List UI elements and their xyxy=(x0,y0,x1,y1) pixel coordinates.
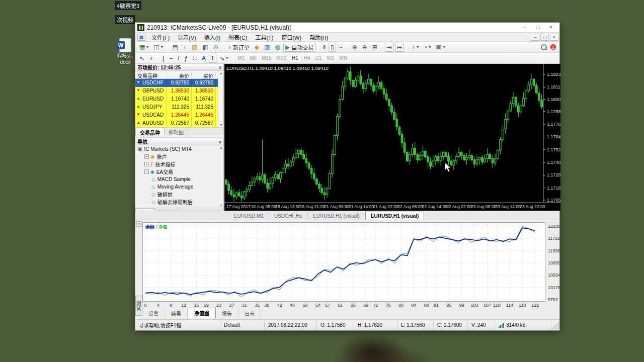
navigator-button[interactable]: ▨ xyxy=(190,43,199,52)
trendline-tool[interactable]: / xyxy=(176,54,181,63)
tester-tab-3[interactable]: 报告 xyxy=(216,309,238,318)
navigator-item-1[interactable]: +◉账户 xyxy=(135,153,218,160)
text-tool[interactable]: A xyxy=(200,54,208,63)
maximize-button[interactable]: □ xyxy=(531,24,544,32)
timeframe-m5[interactable]: M5 xyxy=(247,54,259,62)
timeframe-h1[interactable]: H1 xyxy=(289,54,301,62)
crosshair-tool[interactable]: + xyxy=(147,54,155,63)
chart-shift-button[interactable]: ⇥ xyxy=(385,43,394,52)
hline-tool[interactable]: − xyxy=(167,54,175,63)
tester-tab-2[interactable]: 净值图 xyxy=(188,308,216,318)
collapse-icon[interactable]: − xyxy=(144,169,149,174)
menu-item-4[interactable]: 工具(T) xyxy=(251,34,277,41)
new-chart-button[interactable]: ▦▾ xyxy=(137,43,150,52)
market-watch-row-usdchf[interactable]: ▼USDCHF0.927800.92780 xyxy=(135,79,223,87)
metaeditor2-button[interactable]: ▥ xyxy=(262,43,272,52)
navigator-item-2[interactable]: +ƒ技术指标 xyxy=(135,160,218,168)
zoom-in-button[interactable]: ⊕ xyxy=(350,43,359,52)
close-button[interactable]: × xyxy=(544,24,557,32)
menu-item-2[interactable]: 插入(I) xyxy=(200,34,224,41)
market-watch-row-usdcad[interactable]: ▼USDCAD1.264451.26445 xyxy=(135,111,223,119)
navigator-close-icon[interactable]: x xyxy=(219,139,221,144)
desktop-doc-shortcut[interactable]: W 客核对.docx xyxy=(117,38,134,65)
chart-tab-3[interactable]: EURUSD,H1 (visual) xyxy=(365,212,425,220)
chart-tab-1[interactable]: USDCHF,H1 xyxy=(269,212,308,220)
child-close-button[interactable]: × xyxy=(550,34,558,41)
market-watch-close-icon[interactable]: x xyxy=(219,65,221,70)
tile-windows-button[interactable]: ⊞ xyxy=(370,43,379,52)
cursor-tool[interactable]: ↖ xyxy=(137,54,146,63)
market-watch-button[interactable]: ▤ xyxy=(171,43,180,52)
navigator-item-0[interactable]: ▣IC Markets (SC) MT4 xyxy=(135,145,218,153)
menu-item-1[interactable]: 显示(V) xyxy=(174,34,200,41)
candlestick-button[interactable]: ▯ xyxy=(329,43,336,52)
menu-item-5[interactable]: 窗口(W) xyxy=(277,34,305,41)
market-watch-tab-0[interactable]: 交易品种 xyxy=(135,128,165,135)
market-watch-row-eurusd[interactable]: ▲EURUSD1.167401.16740 xyxy=(135,95,223,103)
auto-scroll-button[interactable]: ↦ xyxy=(395,43,404,52)
community-button[interactable]: ◍ xyxy=(273,43,282,52)
navigator-item-4[interactable]: ◇MACD Sample xyxy=(135,175,218,183)
notification-badge[interactable]: 1 xyxy=(550,44,556,50)
fibo-tool[interactable]: ƒ xyxy=(183,54,190,63)
tester-vertical-tab[interactable]: 测试 xyxy=(135,296,142,316)
market-watch-tab-1[interactable]: 即时图 xyxy=(165,128,188,135)
zoom-out-button[interactable]: ⊖ xyxy=(360,43,369,52)
search-icon[interactable] xyxy=(541,44,547,50)
navigator-item-7[interactable]: ◇破解去除限制后 xyxy=(135,198,218,206)
tester-tab-0[interactable]: 设置 xyxy=(142,309,165,318)
vline-tool[interactable]: | xyxy=(160,54,166,63)
channel-tool[interactable]: ∷ xyxy=(191,54,199,63)
market-watch-scrollbar[interactable]: ▲▼ xyxy=(218,71,223,127)
menu-item-6[interactable]: 帮助(H) xyxy=(305,34,332,41)
label-tool[interactable]: T xyxy=(209,54,216,63)
timeframe-m30[interactable]: M30 xyxy=(274,54,289,62)
menu-item-3[interactable]: 图表(C) xyxy=(224,34,251,41)
strategy-tester-button[interactable]: ⊙ xyxy=(211,43,220,52)
experts-icon: ◆ xyxy=(150,169,154,174)
title-bar[interactable]: 210913: ICMarketsSC-Live09 - [EURUSD,H1 … xyxy=(135,23,559,33)
profiles-button[interactable]: ◫▾ xyxy=(151,43,165,52)
tester-tab-4[interactable]: 日志 xyxy=(238,309,261,318)
periods-button[interactable]: ◔▾ xyxy=(422,43,433,52)
expand-icon[interactable]: + xyxy=(144,154,149,159)
linechart-button[interactable]: ~ xyxy=(337,43,345,52)
indicators-button[interactable]: +▾ xyxy=(410,43,421,52)
price-chart[interactable]: 1.182351.181151.180001.178851.177651.176… xyxy=(224,64,560,211)
timeframe-d1[interactable]: D1 xyxy=(313,54,325,62)
minimize-button[interactable]: – xyxy=(518,24,531,32)
chart-tab-2[interactable]: EURUSD,H1 (visual) xyxy=(308,212,365,220)
market-watch-row-audusd[interactable]: ▲AUDUSD0.725870.72587 xyxy=(135,119,223,127)
navigator-item-6[interactable]: ◇破解前 xyxy=(135,191,218,198)
timeframe-h4[interactable]: H4 xyxy=(301,54,313,62)
navigator-scrollbar[interactable]: ▲▼ xyxy=(218,145,223,208)
navigator-item-label: 破解前 xyxy=(157,191,173,198)
barchart-button[interactable]: ‖ xyxy=(321,43,328,52)
terminal-button[interactable]: ◧ xyxy=(200,43,210,52)
timeframe-mn[interactable]: MN xyxy=(337,54,350,62)
autotrading-button[interactable]: ▶自动交易 xyxy=(283,43,315,52)
timeframe-w1[interactable]: W1 xyxy=(324,54,337,62)
tester-tab-1[interactable]: 结果 xyxy=(165,309,188,318)
chart-tab-0[interactable]: EURUSD,M1 xyxy=(229,212,269,220)
navigator-item-5[interactable]: ◇Moving Average xyxy=(135,183,218,191)
chart-window-icon[interactable]: ▦ xyxy=(137,34,145,41)
svg-text:22 Aug 06:00: 22 Aug 06:00 xyxy=(397,204,423,209)
timeframe-m15[interactable]: M15 xyxy=(259,54,274,62)
resize-grip[interactable] xyxy=(551,321,559,329)
tester-close-icon[interactable]: x xyxy=(136,221,142,227)
data-window-button[interactable]: + xyxy=(181,43,189,52)
market-watch-row-gbpusd[interactable]: ▼GBPUSD1.365301.36530 xyxy=(135,87,223,95)
metaeditor-button[interactable]: ◆ xyxy=(253,43,261,52)
templates-button[interactable]: ▣▾ xyxy=(434,43,447,52)
new-order-button[interactable]: +新订单 xyxy=(226,43,252,52)
child-minimize-button[interactable]: – xyxy=(531,34,539,41)
expand-icon[interactable]: + xyxy=(144,162,149,166)
market-watch-row-usdjpy[interactable]: ▲USDJPY111.325111.325 xyxy=(135,103,223,111)
navigator-item-3[interactable]: −◆EA交易 xyxy=(135,168,218,175)
metaeditor2-button-icon: ▥ xyxy=(264,43,270,51)
arrows-tool[interactable]: ↘▾ xyxy=(217,54,230,63)
child-restore-button[interactable]: ▢ xyxy=(540,34,549,41)
timeframe-m1[interactable]: M1 xyxy=(235,54,247,62)
menu-item-0[interactable]: 文件(F) xyxy=(147,34,174,41)
